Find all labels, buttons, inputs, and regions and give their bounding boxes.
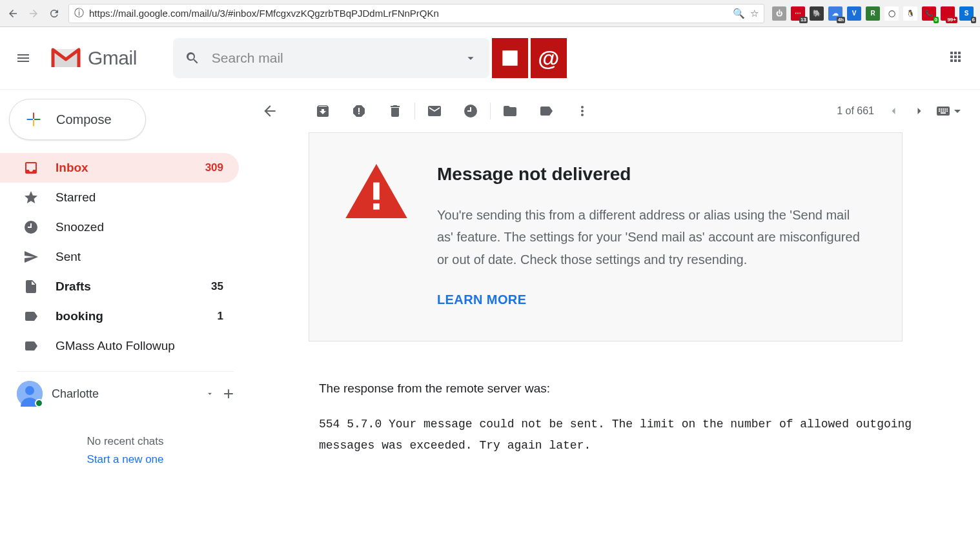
hangouts-username[interactable]: Charlotte (52, 387, 196, 401)
archive-button[interactable] (305, 98, 341, 124)
sidebar-item-label: Inbox (56, 161, 189, 175)
extension-icon[interactable]: ◯ (884, 6, 899, 21)
star-icon[interactable]: ☆ (750, 8, 759, 19)
search-input[interactable] (212, 50, 452, 66)
sidebar-item-label: booking (56, 309, 201, 323)
sidebar-item-label: Drafts (56, 280, 194, 294)
sidebar-item-count: 35 (211, 280, 223, 293)
spam-button[interactable] (341, 98, 377, 124)
labels-button[interactable] (528, 98, 564, 124)
star-icon (23, 190, 39, 205)
send-icon (23, 249, 39, 265)
message-count: 1 of 661 (837, 105, 874, 117)
gmail-logo-icon (50, 46, 81, 70)
warning-icon (345, 164, 407, 218)
gmass-grid-button[interactable] (492, 38, 528, 78)
nav-list: Inbox309StarredSnoozedSentDrafts35bookin… (0, 153, 250, 361)
input-tools-button[interactable] (932, 98, 968, 124)
label-icon (23, 309, 39, 324)
extension-icon[interactable]: ⋯13 (791, 6, 805, 21)
main-pane: 1 of 661 Message not delivered You're se… (250, 90, 980, 539)
url-text: https://mail.google.com/mail/u/3/#inbox/… (89, 8, 728, 19)
url-bar[interactable]: ⓘ https://mail.google.com/mail/u/3/#inbo… (68, 4, 764, 23)
hangouts-empty-text: No recent chats (17, 432, 234, 451)
sidebar-item-inbox[interactable]: Inbox309 (0, 153, 239, 183)
browser-back-button[interactable] (6, 7, 19, 20)
hangouts-start-new-link[interactable]: Start a new one (87, 453, 163, 465)
server-response-label: The response from the remote server was: (319, 381, 968, 396)
google-apps-button[interactable] (948, 49, 963, 67)
server-response-code: 554 5.7.0 Your message could not be sent… (319, 414, 952, 457)
browser-toolbar: ⓘ https://mail.google.com/mail/u/3/#inbo… (0, 0, 980, 27)
extension-icon[interactable]: V (847, 6, 861, 21)
svg-point-1 (25, 386, 34, 395)
gmass-at-button[interactable]: @ (531, 38, 567, 78)
newer-button[interactable] (906, 98, 932, 124)
extension-icon[interactable]: 🐘 (810, 6, 824, 21)
compose-plus-icon (23, 108, 45, 130)
more-button[interactable] (564, 98, 600, 124)
gmail-logo[interactable]: Gmail (50, 46, 137, 70)
sidebar-item-sent[interactable]: Sent (0, 242, 239, 272)
sidebar-item-count: 1 (218, 310, 223, 323)
snooze-button[interactable] (453, 98, 489, 124)
sidebar-item-booking[interactable]: booking1 (0, 301, 239, 331)
mark-unread-button[interactable] (416, 98, 453, 124)
sidebar-item-drafts[interactable]: Drafts35 (0, 272, 239, 301)
sidebar-item-label: Sent (56, 250, 223, 264)
older-button[interactable] (881, 98, 906, 124)
search-options-icon[interactable] (464, 51, 478, 65)
hangouts-panel: Charlotte + No recent chats Start a new … (17, 371, 234, 469)
extension-icon[interactable]: R (866, 6, 880, 21)
sidebar-item-label: GMass Auto Followup (56, 339, 223, 353)
move-to-button[interactable] (492, 98, 528, 124)
browser-reload-button[interactable] (48, 7, 61, 20)
search-icon (185, 50, 200, 66)
svg-rect-3 (373, 203, 380, 210)
sidebar-item-count: 309 (205, 161, 223, 174)
search-box[interactable] (173, 38, 489, 78)
inbox-icon (23, 160, 39, 176)
sidebar-item-gmass-auto-followup[interactable]: GMass Auto Followup (0, 331, 239, 361)
message-toolbar: 1 of 661 (252, 90, 968, 132)
sidebar: Compose Inbox309StarredSnoozedSentDrafts… (0, 90, 250, 539)
chevron-down-icon[interactable] (205, 389, 214, 398)
learn-more-link[interactable]: LEARN MORE (437, 292, 866, 307)
server-response-block: The response from the remote server was:… (319, 381, 968, 457)
sidebar-item-snoozed[interactable]: Snoozed (0, 212, 239, 242)
browser-forward-button[interactable] (27, 7, 40, 20)
gmail-header: Gmail @ (0, 27, 980, 90)
back-to-inbox-button[interactable] (252, 98, 288, 124)
extension-icon[interactable]: 🐧 (903, 6, 917, 21)
sidebar-item-label: Starred (56, 190, 223, 205)
compose-button[interactable]: Compose (9, 99, 146, 140)
extension-icon[interactable]: ⏻ (772, 6, 786, 21)
avatar[interactable] (17, 381, 43, 407)
extension-icon[interactable]: ☁4h (828, 6, 842, 21)
extension-icons: ⏻⋯13🐘☁4hVR◯🐧📞099+S6 (772, 6, 974, 21)
clock-icon (23, 219, 39, 235)
zoom-icon[interactable]: 🔍 (733, 8, 745, 19)
site-info-icon[interactable]: ⓘ (74, 7, 84, 19)
file-icon (23, 279, 39, 294)
sidebar-item-starred[interactable]: Starred (0, 183, 239, 212)
new-chat-button[interactable]: + (223, 383, 234, 404)
sidebar-item-label: Snoozed (56, 220, 223, 234)
delete-button[interactable] (377, 98, 413, 124)
bounce-title: Message not delivered (437, 164, 866, 185)
extension-icon[interactable]: 📞0 (922, 6, 936, 21)
bounce-message-card: Message not delivered You're sending thi… (309, 132, 903, 341)
presence-dot (35, 399, 43, 407)
extension-icon[interactable]: 99+ (941, 6, 955, 21)
extension-icon[interactable]: S6 (959, 6, 974, 21)
bounce-body: You're sending this from a different add… (437, 204, 866, 270)
label-icon (23, 338, 39, 354)
compose-label: Compose (56, 112, 112, 127)
gmail-logo-text: Gmail (88, 47, 137, 69)
svg-rect-2 (373, 183, 380, 200)
main-menu-button[interactable] (9, 44, 37, 72)
